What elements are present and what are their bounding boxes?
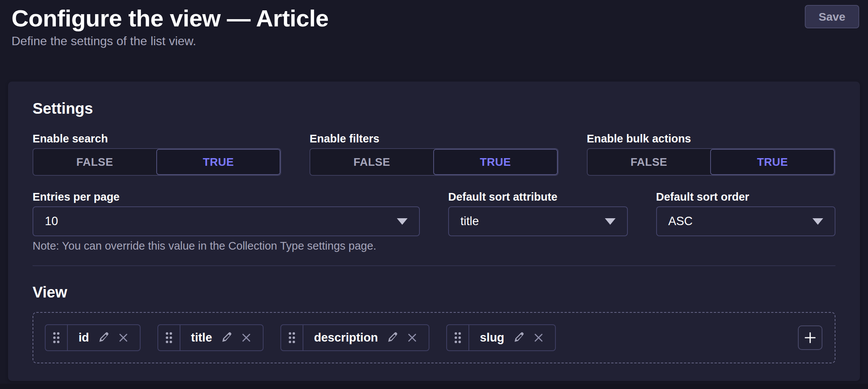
field-drop-zone: id title [33, 312, 835, 363]
chip-body: slug [469, 325, 555, 350]
enable-filters-false-option[interactable]: FALSE [310, 149, 433, 175]
enable-bulk-actions-toggle: FALSE TRUE [587, 148, 835, 176]
chip-label: description [314, 331, 378, 345]
entries-per-page-field: Entries per page 10 [33, 190, 420, 236]
entries-per-page-select[interactable]: 10 [33, 206, 420, 236]
page-subtitle: Define the settings of the list view. [11, 34, 857, 48]
drag-handle-icon[interactable] [447, 325, 469, 350]
default-sort-order-label: Default sort order [656, 190, 836, 203]
bottom-edge [0, 384, 868, 389]
default-sort-attribute-value: title [460, 214, 605, 228]
enable-bulk-actions-true-option[interactable]: TRUE [710, 149, 835, 175]
edit-field-icon[interactable] [221, 332, 232, 343]
drag-handle-icon[interactable] [46, 325, 68, 350]
chip-label: id [79, 331, 89, 345]
enable-bulk-actions-false-option[interactable]: FALSE [588, 149, 711, 175]
enable-filters-field: Enable filters FALSE TRUE [310, 132, 558, 176]
edit-field-icon[interactable] [98, 332, 109, 343]
chip-body: description [303, 325, 429, 350]
default-sort-order-select[interactable]: ASC [656, 206, 836, 236]
chevron-down-icon [397, 218, 408, 225]
chevron-down-icon [812, 218, 823, 225]
section-divider [33, 265, 835, 266]
enable-bulk-actions-label: Enable bulk actions [587, 132, 835, 145]
chip-label: title [191, 331, 212, 345]
enable-filters-label: Enable filters [310, 132, 558, 145]
toggle-row: Enable search FALSE TRUE Enable filters … [33, 132, 835, 176]
enable-search-field: Enable search FALSE TRUE [33, 132, 281, 176]
remove-field-icon[interactable] [406, 332, 418, 343]
chip-body: id [68, 325, 140, 350]
remove-field-icon[interactable] [241, 332, 252, 343]
chip-body: title [180, 325, 263, 350]
enable-search-false-option[interactable]: FALSE [33, 149, 156, 175]
enable-filters-toggle: FALSE TRUE [310, 148, 558, 176]
default-sort-attribute-select[interactable]: title [448, 206, 628, 236]
enable-search-toggle: FALSE TRUE [33, 148, 281, 176]
settings-panel: Settings Enable search FALSE TRUE Enable… [8, 82, 860, 381]
page-header: Configure the view — Article Define the … [0, 0, 868, 82]
save-button[interactable]: Save [805, 5, 859, 28]
entries-per-page-value: 10 [45, 214, 397, 228]
chip-label: slug [480, 331, 504, 345]
field-chip-description[interactable]: description [280, 324, 429, 351]
default-sort-attribute-field: Default sort attribute title [448, 190, 628, 236]
entries-per-page-label: Entries per page [33, 190, 420, 203]
drag-handle-icon[interactable] [281, 325, 303, 350]
page-title: Configure the view — Article [11, 5, 857, 32]
select-row: Entries per page 10 Default sort attribu… [33, 190, 835, 236]
view-heading: View [33, 284, 835, 301]
enable-bulk-actions-field: Enable bulk actions FALSE TRUE [587, 132, 835, 176]
enable-search-label: Enable search [33, 132, 281, 145]
edit-field-icon[interactable] [387, 332, 398, 343]
edit-field-icon[interactable] [513, 332, 524, 343]
remove-field-icon[interactable] [118, 332, 129, 343]
field-chip-title[interactable]: title [157, 324, 264, 351]
add-field-button[interactable] [798, 325, 822, 350]
default-sort-order-field: Default sort order ASC [656, 190, 836, 236]
field-chip-id[interactable]: id [45, 324, 141, 351]
field-chip-slug[interactable]: slug [446, 324, 556, 351]
chevron-down-icon [605, 218, 616, 225]
settings-heading: Settings [33, 100, 835, 117]
enable-filters-true-option[interactable]: TRUE [433, 149, 558, 175]
default-sort-attribute-label: Default sort attribute [448, 190, 628, 203]
remove-field-icon[interactable] [533, 332, 544, 343]
plus-icon [803, 330, 817, 345]
configure-view-page: Configure the view — Article Define the … [0, 0, 868, 389]
default-sort-order-value: ASC [668, 214, 813, 228]
drag-handle-icon[interactable] [158, 325, 180, 350]
enable-search-true-option[interactable]: TRUE [156, 149, 281, 175]
entries-per-page-note: Note: You can override this value in the… [33, 239, 835, 252]
